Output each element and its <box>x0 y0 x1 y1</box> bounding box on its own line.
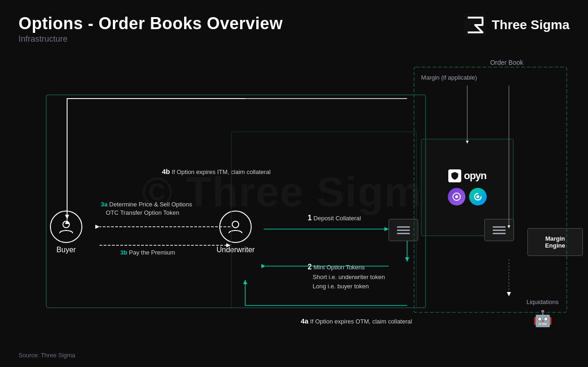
buyer-icon <box>50 211 82 243</box>
step-3b-text: Pay the Premium <box>129 249 175 256</box>
step-2-label: 2 Mint Option Tokens Short i.e. underwri… <box>308 261 385 291</box>
step-3a-label: 3a Determine Price & Sell Options OTC Tr… <box>101 200 192 217</box>
opyn-shield-icon <box>448 169 461 182</box>
logo-text: Three Sigma <box>492 18 569 32</box>
order-book-label: Order Book <box>490 59 523 66</box>
step-3a-text: Determine Price & Sell Options OTC Trans… <box>101 201 192 216</box>
opyn-logo: opyn <box>448 169 487 182</box>
step-2-num: 2 <box>308 263 312 271</box>
diagram: © Three Sigma <box>19 49 569 336</box>
step-4b-num: 4b <box>162 168 170 175</box>
step-2-text: Mint Option Tokens Short i.e. underwrite… <box>308 264 385 290</box>
icon-line-r3 <box>493 233 506 234</box>
margin-engine-text: Margin Engine <box>545 235 565 249</box>
protocol-icons <box>448 188 487 205</box>
opyn-text: opyn <box>464 170 487 182</box>
icon-line-2 <box>397 230 410 231</box>
step-1-num: 1 <box>308 214 312 222</box>
icon-line-r1 <box>493 226 506 228</box>
liquidations-section: Liquidations 🤖 <box>526 299 558 328</box>
icon-line-3 <box>397 233 410 234</box>
svg-point-17 <box>477 195 479 198</box>
step-4a-num: 4a <box>301 317 309 325</box>
step-1-label: 1 Deposit Collateral <box>308 213 361 223</box>
collateral-box-right <box>484 219 514 241</box>
compound-icon <box>469 188 487 205</box>
margin-label: Margin (if applicable) <box>421 74 477 81</box>
svg-point-13 <box>63 221 69 228</box>
source-footer: Source: Three Sigma <box>19 352 75 359</box>
icon-line-r2 <box>493 230 506 231</box>
step-1-text: Deposit Collateral <box>314 215 361 222</box>
collateral-lines-left <box>394 224 413 237</box>
step-3b-label: 3b Pay the Premium <box>120 249 175 257</box>
buyer-actor: Buyer <box>50 211 82 254</box>
robot-icon: 🤖 <box>533 309 552 328</box>
three-sigma-logo-icon <box>464 14 486 36</box>
step-4b-label: 4b If Option expires ITM, claim collater… <box>162 167 271 176</box>
slide: Options - Order Books Overview Infrastru… <box>0 0 588 367</box>
step-4a-text: If Option expires OTM, claim collateral <box>310 318 412 325</box>
step-3a-num: 3a <box>101 201 107 208</box>
liquidations-label: Liquidations <box>526 299 558 305</box>
collateral-box-left <box>389 219 418 241</box>
underwriter-icon <box>219 211 252 243</box>
logo-block: Three Sigma <box>464 14 569 36</box>
balancer-icon <box>448 188 465 205</box>
icon-line-1 <box>397 226 410 228</box>
collateral-lines-right <box>490 224 508 237</box>
title-block: Options - Order Books Overview Infrastru… <box>19 14 283 44</box>
main-title: Options - Order Books Overview <box>19 14 283 33</box>
buyer-label: Buyer <box>56 246 76 254</box>
underwriter-actor: Underwriter <box>217 211 255 254</box>
subtitle: Infrastructure <box>19 34 283 44</box>
margin-engine-box: Margin Engine <box>527 228 583 256</box>
step-4a-label: 4a If Option expires OTM, claim collater… <box>301 316 412 326</box>
header: Options - Order Books Overview Infrastru… <box>19 14 569 44</box>
step-3b-num: 3b <box>120 249 127 256</box>
svg-point-14 <box>232 221 239 228</box>
underwriter-label: Underwriter <box>217 246 255 254</box>
step-4b-text: If Option expires ITM, claim collateral <box>172 168 271 175</box>
svg-point-16 <box>455 195 458 198</box>
